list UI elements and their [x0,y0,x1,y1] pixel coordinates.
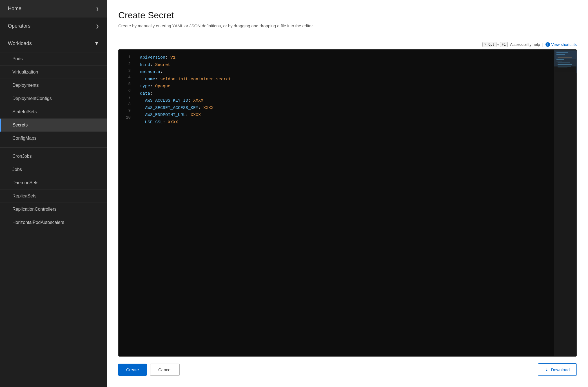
sidebar-item-deployments[interactable]: Deployments [0,79,107,92]
sidebar-item-workloads[interactable]: Workloads ▼ [0,35,107,52]
svg-rect-7 [558,64,572,65]
editor-content: 1 2 3 4 5 6 7 8 9 10 apiVersion: v1 kind… [119,50,576,130]
sidebar-item-home-label: Home [8,6,21,12]
svg-rect-4 [556,59,564,60]
sidebar-item-virtualization-label: Virtualization [12,70,38,75]
line-num-2: 2 [119,61,134,68]
keyboard-shortcut: ⌥ Opt + F1 [482,42,508,47]
view-shortcuts-link[interactable]: i View shortcuts [545,42,577,47]
view-shortcuts-label: View shortcuts [551,42,577,47]
sidebar-item-operators[interactable]: Operators ❯ [0,17,107,35]
sidebar-item-operators-label: Operators [8,23,30,29]
editor-minimap [554,50,576,356]
page-subtitle: Create by manually entering YAML or JSON… [118,23,577,28]
sidebar-item-horizontalpodautoscalers-label: HorizontalPodAutoscalers [12,220,64,225]
code-line-4: name: seldon-init-container-secret [140,76,571,83]
line-num-1: 1 [119,54,134,61]
sidebar-item-deploymentconfigs[interactable]: DeploymentConfigs [0,92,107,105]
sidebar-item-home[interactable]: Home ❯ [0,0,107,17]
svg-rect-5 [556,61,562,61]
code-line-6: data: [140,90,571,97]
sidebar-divider [0,147,107,148]
main-content: Create Secret Create by manually enterin… [107,0,588,387]
f1-key: F1 [500,42,508,47]
download-icon: ⇣ [545,367,549,372]
line-num-3: 3 [119,68,134,74]
line-num-8: 8 [119,101,134,108]
action-bar-left: Create Cancel [118,364,180,376]
sidebar-item-daemonsets[interactable]: DaemonSets [0,176,107,190]
sidebar-item-replicationcontrollers-label: ReplicationControllers [12,207,57,212]
info-icon: i [545,42,550,47]
svg-rect-6 [558,63,570,63]
sidebar-item-cronjobs[interactable]: CronJobs [0,150,107,163]
code-area[interactable]: apiVersion: v1 kind: Secret metadata: na… [134,50,576,130]
code-line-7: AWS_ACCESS_KEY_ID: XXXX [140,97,571,104]
cancel-button[interactable]: Cancel [150,364,180,376]
chevron-right-icon: ❯ [96,24,99,28]
sidebar-item-virtualization[interactable]: Virtualization [0,66,107,79]
code-line-5: type: Opaque [140,83,571,90]
svg-rect-10 [555,51,576,59]
editor-toolbar: ⌥ Opt + F1 Accessibility help | i View s… [118,42,577,47]
sidebar-item-jobs-label: Jobs [12,167,22,172]
sidebar-item-daemonsets-label: DaemonSets [12,180,39,185]
line-num-7: 7 [119,94,134,101]
sidebar-item-statefulsets-label: StatefulSets [12,109,37,114]
download-label: Download [551,367,570,372]
sidebar: Home ❯ Operators ❯ Workloads ▼ Pods Virt… [0,0,107,387]
code-line-3: metadata: [140,68,571,76]
sidebar-item-replicasets-label: ReplicaSets [12,194,36,199]
sidebar-item-configmaps[interactable]: ConfigMaps [0,132,107,145]
sidebar-item-statefulsets[interactable]: StatefulSets [0,105,107,119]
sidebar-item-replicationcontrollers[interactable]: ReplicationControllers [0,203,107,216]
sidebar-item-horizontalpodautoscalers[interactable]: HorizontalPodAutoscalers [0,216,107,229]
line-num-6: 6 [119,88,134,94]
svg-rect-9 [558,68,567,68]
chevron-down-icon: ▼ [94,41,99,46]
sidebar-item-secrets-label: Secrets [12,123,28,128]
sidebar-item-pods-label: Pods [12,56,23,61]
line-numbers: 1 2 3 4 5 6 7 8 9 10 [119,50,134,130]
plus-separator: + [497,43,499,47]
sidebar-item-deploymentconfigs-label: DeploymentConfigs [12,96,52,101]
sidebar-item-cronjobs-label: CronJobs [12,154,32,159]
code-line-9: AWS_ENDPOINT_URL: XXXX [140,112,571,119]
sidebar-item-secrets[interactable]: Secrets [0,119,107,132]
line-num-5: 5 [119,81,134,88]
sidebar-item-pods[interactable]: Pods [0,52,107,66]
page-divider [118,35,577,35]
code-line-2: kind: Secret [140,61,571,69]
code-line-10: USE_SSL: XXXX [140,119,571,126]
pipe-separator: | [542,42,544,47]
sidebar-item-deployments-label: Deployments [12,83,39,88]
code-editor[interactable]: 1 2 3 4 5 6 7 8 9 10 apiVersion: v1 kind… [118,49,577,357]
create-button[interactable]: Create [118,364,147,376]
download-button[interactable]: ⇣ Download [538,363,577,376]
code-line-1: apiVersion: v1 [140,54,571,61]
sidebar-item-jobs[interactable]: Jobs [0,163,107,176]
line-num-4: 4 [119,74,134,81]
svg-rect-11 [576,51,576,73]
minimap-svg [555,51,576,84]
accessibility-help-text: Accessibility help [510,42,540,47]
sidebar-item-replicasets[interactable]: ReplicaSets [0,190,107,203]
line-num-10: 10 [119,114,134,121]
page-title: Create Secret [118,10,577,21]
sidebar-item-configmaps-label: ConfigMaps [12,136,36,141]
line-num-9: 9 [119,108,134,114]
sidebar-item-workloads-label: Workloads [8,41,32,46]
action-bar: Create Cancel ⇣ Download [118,363,577,376]
code-line-8: AWS_SECRET_ACCESS_KEY: XXXX [140,104,571,112]
chevron-right-icon: ❯ [96,6,99,11]
svg-rect-8 [558,66,571,66]
opt-key: ⌥ Opt [482,42,496,47]
